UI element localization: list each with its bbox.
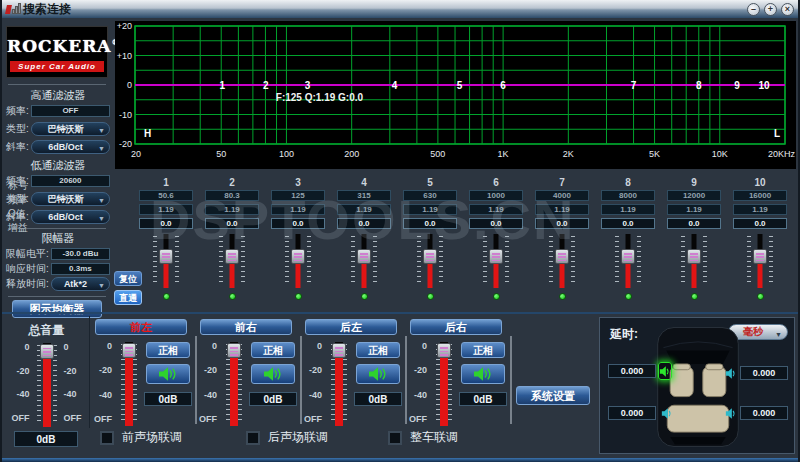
eq-band-frequency-field[interactable]: 12000 (667, 190, 721, 201)
delay-front-right-field[interactable]: 0.000 (740, 366, 788, 380)
checkbox[interactable] (246, 431, 260, 445)
slider-knob[interactable] (687, 249, 701, 264)
eq-band-gain-field[interactable]: 0.0 (205, 218, 259, 229)
close-button[interactable]: × (781, 3, 794, 16)
eq-band-gain-slider[interactable] (346, 234, 382, 288)
output-channel-button[interactable]: 前左 (95, 319, 187, 335)
slider-knob[interactable] (437, 343, 451, 358)
delay-front-left-field[interactable]: 0.000 (608, 364, 656, 378)
eq-band-q-field[interactable]: 1.19 (535, 204, 589, 215)
output-volume-slider[interactable] (431, 342, 457, 426)
hpf-type-dropdown[interactable]: 巴特沃斯▼ (31, 122, 110, 136)
eq-band-q-field[interactable]: 1.19 (205, 204, 259, 215)
system-settings-button[interactable]: 系统设置 (516, 386, 590, 405)
slider-knob[interactable] (227, 343, 241, 358)
eq-band-q-field[interactable]: 1.19 (469, 204, 523, 215)
eq-band-gain-slider[interactable] (412, 234, 448, 288)
slider-knob[interactable] (555, 249, 569, 264)
slider-knob[interactable] (159, 249, 173, 264)
eq-band-q-field[interactable]: 1.19 (601, 204, 655, 215)
eq-band-frequency-field[interactable]: 8000 (601, 190, 655, 201)
eq-band-gain-slider[interactable] (214, 234, 250, 288)
svg-text:4: 4 (392, 80, 398, 91)
reset-button[interactable]: 复位 (114, 271, 142, 286)
slider-knob[interactable] (225, 249, 239, 264)
mute-speaker-button[interactable] (461, 364, 505, 384)
eq-band-frequency-field[interactable]: 50.6 (139, 190, 193, 201)
slider-knob[interactable] (291, 249, 305, 264)
output-volume-slider[interactable] (326, 342, 352, 426)
maximize-button[interactable]: + (764, 3, 777, 16)
output-channel-button[interactable]: 后左 (305, 319, 397, 335)
slider-knob[interactable] (332, 343, 346, 358)
eq-band-q-field[interactable]: 1.19 (403, 204, 457, 215)
eq-band-q-field[interactable]: 1.19 (733, 204, 787, 215)
eq-band-gain-field[interactable]: 0.0 (139, 218, 193, 229)
hpf-freq-field[interactable]: OFF (31, 105, 110, 117)
eq-band-gain-field[interactable]: 0.0 (733, 218, 787, 229)
slider-knob[interactable] (122, 343, 136, 358)
delay-rear-left-field[interactable]: 0.000 (608, 406, 656, 420)
phase-button[interactable]: 正相 (251, 342, 295, 358)
eq-band-q-field[interactable]: 1.19 (337, 204, 391, 215)
eq-band-gain-slider[interactable] (280, 234, 316, 288)
eq-band-led (427, 293, 434, 300)
eq-band-frequency-field[interactable]: 1000 (469, 190, 523, 201)
slider-knob[interactable] (753, 249, 767, 264)
rear-left-speaker-icon[interactable] (660, 404, 674, 422)
eq-response-graph[interactable]: +20+100-10-2020501002005001K2K5K10K20KHz… (115, 21, 796, 169)
eq-band-gain-field[interactable]: 0.0 (535, 218, 589, 229)
phase-button[interactable]: 正相 (356, 342, 400, 358)
hpf-slope-dropdown[interactable]: 6dB/Oct▼ (31, 140, 110, 154)
eq-band-frequency-field[interactable]: 80.3 (205, 190, 259, 201)
eq-band-gain-slider[interactable] (544, 234, 580, 288)
front-right-speaker-icon[interactable] (724, 364, 738, 382)
eq-band-frequency-field[interactable]: 315 (337, 190, 391, 201)
eq-band-gain-field[interactable]: 0.0 (403, 218, 457, 229)
bypass-button[interactable]: 直通 (114, 290, 142, 305)
slider-knob[interactable] (423, 249, 437, 264)
output-channel-button[interactable]: 后右 (410, 319, 502, 335)
slider-knob[interactable] (489, 249, 503, 264)
eq-band-gain-slider[interactable] (676, 234, 712, 288)
delay-rear-right-field[interactable]: 0.000 (740, 406, 788, 420)
eq-band-frequency-field[interactable]: 4000 (535, 190, 589, 201)
eq-band-frequency-field[interactable]: 16000 (733, 190, 787, 201)
output-volume-slider[interactable] (221, 342, 247, 426)
eq-band-gain-field[interactable]: 0.0 (667, 218, 721, 229)
eq-band-frequency-field[interactable]: 630 (403, 190, 457, 201)
eq-band-gain-slider[interactable] (742, 234, 778, 288)
title-bar[interactable]: 搜索连接 – + × (2, 0, 798, 18)
hpf-section-title: 高通滤波器 (4, 88, 112, 103)
slider-knob[interactable] (40, 344, 54, 359)
checkbox[interactable] (100, 431, 114, 445)
eq-band-q-field[interactable]: 1.19 (667, 204, 721, 215)
mute-speaker-button[interactable] (146, 364, 190, 384)
eq-band-number: 6 (493, 176, 499, 190)
minimize-button[interactable]: – (747, 3, 760, 16)
checkbox[interactable] (388, 431, 402, 445)
phase-button[interactable]: 正相 (461, 342, 505, 358)
rear-right-speaker-icon[interactable] (724, 404, 738, 422)
output-channel-button[interactable]: 前右 (200, 319, 292, 335)
slider-knob[interactable] (357, 249, 371, 264)
eq-band-frequency-field[interactable]: 125 (271, 190, 325, 201)
phase-button[interactable]: 正相 (146, 342, 190, 358)
eq-band-gain-slider[interactable] (148, 234, 184, 288)
eq-band-gain-field[interactable]: 0.0 (469, 218, 523, 229)
eq-band-gain-slider[interactable] (610, 234, 646, 288)
slider-knob[interactable] (621, 249, 635, 264)
checkbox-label: 整车联调 (410, 429, 458, 446)
front-left-speaker-icon[interactable] (658, 362, 672, 380)
eq-band-gain-slider[interactable] (478, 234, 514, 288)
eq-band-gain-field[interactable]: 0.0 (271, 218, 325, 229)
output-volume-slider[interactable] (116, 342, 142, 426)
mute-speaker-button[interactable] (251, 364, 295, 384)
eq-band-gain-field[interactable]: 0.0 (337, 218, 391, 229)
svg-text:+10: +10 (117, 51, 132, 61)
eq-band-gain-field[interactable]: 0.0 (601, 218, 655, 229)
eq-band-q-field[interactable]: 1.19 (139, 204, 193, 215)
mute-speaker-button[interactable] (356, 364, 400, 384)
master-volume-slider[interactable] (32, 343, 62, 427)
eq-band-q-field[interactable]: 1.19 (271, 204, 325, 215)
